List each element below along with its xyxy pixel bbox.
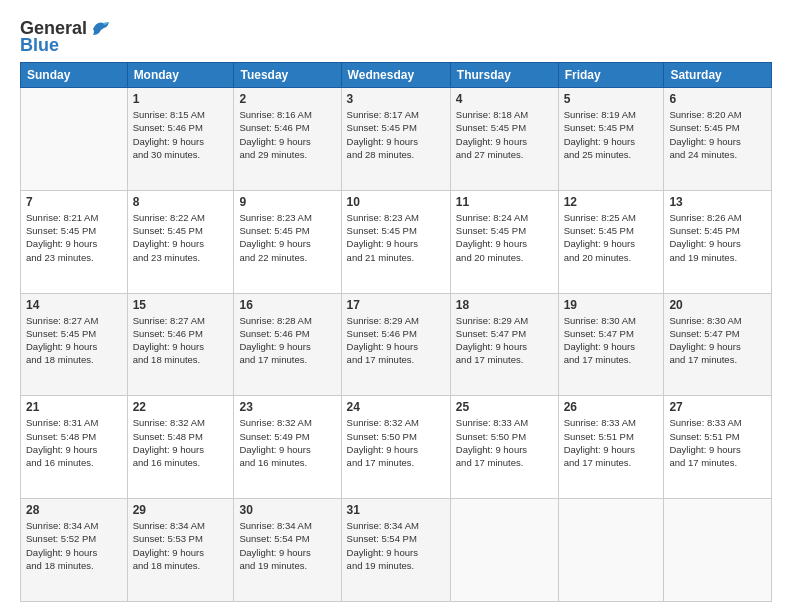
week-row-1: 1Sunrise: 8:15 AMSunset: 5:46 PMDaylight… [21,88,772,191]
weekday-header-tuesday: Tuesday [234,63,341,88]
calendar-cell: 16Sunrise: 8:28 AMSunset: 5:46 PMDayligh… [234,293,341,396]
calendar-cell: 7Sunrise: 8:21 AMSunset: 5:45 PMDaylight… [21,190,128,293]
day-number: 30 [239,503,335,517]
calendar-cell: 28Sunrise: 8:34 AMSunset: 5:52 PMDayligh… [21,499,128,602]
day-info: Sunrise: 8:27 AMSunset: 5:46 PMDaylight:… [133,314,229,367]
day-number: 6 [669,92,766,106]
weekday-header-monday: Monday [127,63,234,88]
calendar-cell: 30Sunrise: 8:34 AMSunset: 5:54 PMDayligh… [234,499,341,602]
calendar-cell: 25Sunrise: 8:33 AMSunset: 5:50 PMDayligh… [450,396,558,499]
calendar-cell: 11Sunrise: 8:24 AMSunset: 5:45 PMDayligh… [450,190,558,293]
day-number: 12 [564,195,659,209]
day-number: 20 [669,298,766,312]
day-number: 17 [347,298,445,312]
day-number: 11 [456,195,553,209]
day-info: Sunrise: 8:33 AMSunset: 5:51 PMDaylight:… [669,416,766,469]
calendar-cell: 24Sunrise: 8:32 AMSunset: 5:50 PMDayligh… [341,396,450,499]
calendar-cell [558,499,664,602]
day-info: Sunrise: 8:30 AMSunset: 5:47 PMDaylight:… [564,314,659,367]
logo-bird-icon [89,19,111,39]
day-info: Sunrise: 8:24 AMSunset: 5:45 PMDaylight:… [456,211,553,264]
calendar-cell: 21Sunrise: 8:31 AMSunset: 5:48 PMDayligh… [21,396,128,499]
day-info: Sunrise: 8:32 AMSunset: 5:48 PMDaylight:… [133,416,229,469]
day-number: 27 [669,400,766,414]
day-number: 5 [564,92,659,106]
day-number: 3 [347,92,445,106]
day-number: 13 [669,195,766,209]
calendar-cell: 31Sunrise: 8:34 AMSunset: 5:54 PMDayligh… [341,499,450,602]
week-row-3: 14Sunrise: 8:27 AMSunset: 5:45 PMDayligh… [21,293,772,396]
day-info: Sunrise: 8:23 AMSunset: 5:45 PMDaylight:… [347,211,445,264]
weekday-header-row: SundayMondayTuesdayWednesdayThursdayFrid… [21,63,772,88]
day-number: 2 [239,92,335,106]
day-info: Sunrise: 8:21 AMSunset: 5:45 PMDaylight:… [26,211,122,264]
day-info: Sunrise: 8:33 AMSunset: 5:51 PMDaylight:… [564,416,659,469]
day-info: Sunrise: 8:16 AMSunset: 5:46 PMDaylight:… [239,108,335,161]
calendar-cell: 18Sunrise: 8:29 AMSunset: 5:47 PMDayligh… [450,293,558,396]
day-number: 31 [347,503,445,517]
day-number: 23 [239,400,335,414]
day-number: 9 [239,195,335,209]
logo-blue: Blue [20,35,59,56]
day-number: 4 [456,92,553,106]
day-number: 15 [133,298,229,312]
calendar-cell: 13Sunrise: 8:26 AMSunset: 5:45 PMDayligh… [664,190,772,293]
day-info: Sunrise: 8:18 AMSunset: 5:45 PMDaylight:… [456,108,553,161]
day-number: 24 [347,400,445,414]
day-number: 22 [133,400,229,414]
calendar-cell: 22Sunrise: 8:32 AMSunset: 5:48 PMDayligh… [127,396,234,499]
calendar-cell: 5Sunrise: 8:19 AMSunset: 5:45 PMDaylight… [558,88,664,191]
calendar-cell: 3Sunrise: 8:17 AMSunset: 5:45 PMDaylight… [341,88,450,191]
day-number: 18 [456,298,553,312]
week-row-5: 28Sunrise: 8:34 AMSunset: 5:52 PMDayligh… [21,499,772,602]
day-info: Sunrise: 8:17 AMSunset: 5:45 PMDaylight:… [347,108,445,161]
day-info: Sunrise: 8:25 AMSunset: 5:45 PMDaylight:… [564,211,659,264]
week-row-2: 7Sunrise: 8:21 AMSunset: 5:45 PMDaylight… [21,190,772,293]
day-info: Sunrise: 8:28 AMSunset: 5:46 PMDaylight:… [239,314,335,367]
calendar-cell: 10Sunrise: 8:23 AMSunset: 5:45 PMDayligh… [341,190,450,293]
day-info: Sunrise: 8:22 AMSunset: 5:45 PMDaylight:… [133,211,229,264]
weekday-header-friday: Friday [558,63,664,88]
day-number: 19 [564,298,659,312]
calendar-cell [450,499,558,602]
day-info: Sunrise: 8:29 AMSunset: 5:46 PMDaylight:… [347,314,445,367]
day-info: Sunrise: 8:32 AMSunset: 5:49 PMDaylight:… [239,416,335,469]
calendar-cell: 1Sunrise: 8:15 AMSunset: 5:46 PMDaylight… [127,88,234,191]
weekday-header-thursday: Thursday [450,63,558,88]
day-number: 8 [133,195,229,209]
logo: General Blue [20,18,111,56]
calendar-cell: 2Sunrise: 8:16 AMSunset: 5:46 PMDaylight… [234,88,341,191]
calendar-cell: 14Sunrise: 8:27 AMSunset: 5:45 PMDayligh… [21,293,128,396]
calendar-cell: 29Sunrise: 8:34 AMSunset: 5:53 PMDayligh… [127,499,234,602]
calendar-cell: 23Sunrise: 8:32 AMSunset: 5:49 PMDayligh… [234,396,341,499]
header: General Blue [20,18,772,56]
day-info: Sunrise: 8:34 AMSunset: 5:53 PMDaylight:… [133,519,229,572]
day-number: 28 [26,503,122,517]
day-info: Sunrise: 8:15 AMSunset: 5:46 PMDaylight:… [133,108,229,161]
day-number: 29 [133,503,229,517]
calendar-table: SundayMondayTuesdayWednesdayThursdayFrid… [20,62,772,602]
day-info: Sunrise: 8:33 AMSunset: 5:50 PMDaylight:… [456,416,553,469]
day-info: Sunrise: 8:34 AMSunset: 5:52 PMDaylight:… [26,519,122,572]
day-number: 26 [564,400,659,414]
day-info: Sunrise: 8:23 AMSunset: 5:45 PMDaylight:… [239,211,335,264]
day-number: 10 [347,195,445,209]
calendar-cell: 17Sunrise: 8:29 AMSunset: 5:46 PMDayligh… [341,293,450,396]
weekday-header-sunday: Sunday [21,63,128,88]
day-number: 14 [26,298,122,312]
day-info: Sunrise: 8:34 AMSunset: 5:54 PMDaylight:… [239,519,335,572]
day-info: Sunrise: 8:30 AMSunset: 5:47 PMDaylight:… [669,314,766,367]
day-info: Sunrise: 8:27 AMSunset: 5:45 PMDaylight:… [26,314,122,367]
calendar-cell: 6Sunrise: 8:20 AMSunset: 5:45 PMDaylight… [664,88,772,191]
day-number: 1 [133,92,229,106]
calendar-cell [664,499,772,602]
calendar-cell: 12Sunrise: 8:25 AMSunset: 5:45 PMDayligh… [558,190,664,293]
weekday-header-saturday: Saturday [664,63,772,88]
calendar-cell: 4Sunrise: 8:18 AMSunset: 5:45 PMDaylight… [450,88,558,191]
weekday-header-wednesday: Wednesday [341,63,450,88]
calendar-cell: 15Sunrise: 8:27 AMSunset: 5:46 PMDayligh… [127,293,234,396]
calendar-cell: 27Sunrise: 8:33 AMSunset: 5:51 PMDayligh… [664,396,772,499]
day-number: 21 [26,400,122,414]
calendar-cell: 9Sunrise: 8:23 AMSunset: 5:45 PMDaylight… [234,190,341,293]
day-info: Sunrise: 8:29 AMSunset: 5:47 PMDaylight:… [456,314,553,367]
